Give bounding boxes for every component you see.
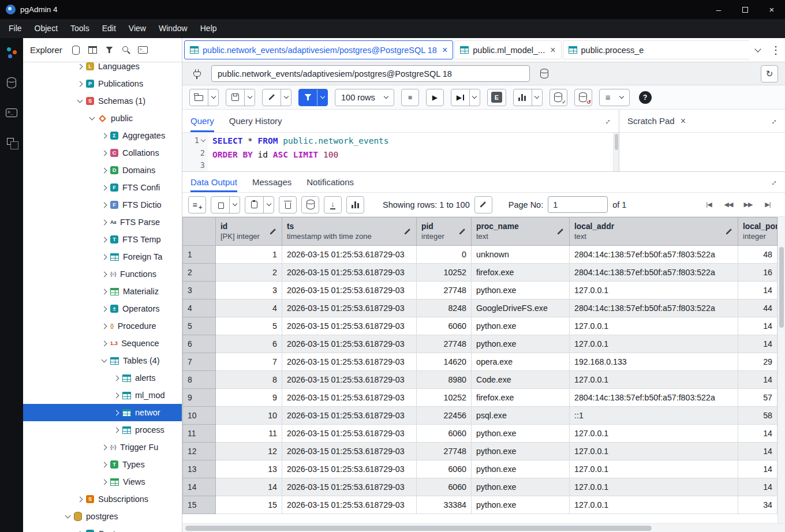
chevron-right-icon[interactable] xyxy=(102,150,107,156)
menu-file[interactable]: File xyxy=(2,19,28,38)
proc_name-cell[interactable]: python.exe xyxy=(472,478,570,496)
view-data-button[interactable] xyxy=(85,42,100,58)
tree-item-casts[interactable]: CCasts xyxy=(23,525,182,532)
save-data-button[interactable] xyxy=(301,196,319,213)
tree-item-views[interactable]: Views xyxy=(23,473,182,490)
macro-button[interactable]: ≡ xyxy=(599,89,630,106)
chevron-right-icon[interactable] xyxy=(102,462,107,467)
row-limit-select[interactable]: 100 rows xyxy=(335,89,394,106)
expand-scratch-button[interactable]: ↔ xyxy=(769,117,777,125)
first-page-button[interactable]: |◀ xyxy=(700,196,718,213)
ts-cell[interactable]: 2026-03-15 01:25:53.618729-03 xyxy=(282,353,417,371)
chevron-down-icon[interactable] xyxy=(89,115,95,121)
pid-cell[interactable]: 14620 xyxy=(417,353,472,371)
row-number[interactable]: 15 xyxy=(183,496,216,514)
row-number[interactable]: 2 xyxy=(183,264,216,282)
tree-item-fts-templates[interactable]: TFTS Temp xyxy=(23,231,182,248)
row-number[interactable]: 12 xyxy=(183,443,216,460)
psql-tool-button[interactable] xyxy=(0,104,23,121)
id-cell[interactable]: 11 xyxy=(216,425,282,443)
local_port-cell[interactable]: 14 xyxy=(738,371,777,389)
row-number[interactable]: 10 xyxy=(183,407,216,425)
tree-item-operators[interactable]: ±Operators xyxy=(23,300,182,317)
id-cell[interactable]: 15 xyxy=(216,496,282,514)
id-cell[interactable]: 1 xyxy=(216,246,282,264)
menu-tools[interactable]: Tools xyxy=(64,19,96,38)
open-file-button[interactable] xyxy=(189,89,219,106)
local_addr-cell[interactable]: 127.0.0.1 xyxy=(570,460,738,478)
proc_name-cell[interactable]: firefox.exe xyxy=(472,264,570,282)
local_port-cell[interactable]: 58 xyxy=(738,407,777,425)
chevron-right-icon[interactable] xyxy=(102,237,107,242)
open-file-menu-button[interactable] xyxy=(208,89,218,106)
row-number[interactable]: 7 xyxy=(183,353,216,371)
edit-range-button[interactable] xyxy=(474,196,492,213)
tree-item-languages[interactable]: LLanguages xyxy=(23,58,182,75)
close-icon[interactable]: × xyxy=(550,46,555,55)
tree-item-aggregates[interactable]: ΣAggregates xyxy=(23,127,182,144)
connection-status-button[interactable] xyxy=(189,66,204,81)
pid-cell[interactable]: 27748 xyxy=(417,443,472,460)
tree-item-trigger-functions[interactable]: {≡}Trigger Fu xyxy=(23,439,182,456)
filter-menu-button[interactable] xyxy=(317,89,327,106)
filter-button[interactable] xyxy=(102,42,117,58)
id-cell[interactable]: 9 xyxy=(216,389,282,407)
chevron-right-icon[interactable] xyxy=(102,202,107,208)
local_port-cell[interactable]: 14 xyxy=(738,460,777,478)
pid-cell[interactable]: 6060 xyxy=(417,460,472,478)
pid-cell[interactable]: 6060 xyxy=(417,425,472,443)
last-page-button[interactable]: ▶| xyxy=(758,196,777,213)
id-cell[interactable]: 12 xyxy=(216,443,282,460)
row-number[interactable]: 9 xyxy=(183,389,216,407)
chevron-right-icon[interactable] xyxy=(114,392,119,398)
ts-cell[interactable]: 2026-03-15 01:25:53.618729-03 xyxy=(282,282,417,299)
proc_name-cell[interactable]: python.exe xyxy=(472,317,570,335)
tab-overflow-button[interactable] xyxy=(749,42,767,59)
ts-cell[interactable]: 2026-03-15 01:25:53.618729-03 xyxy=(282,389,417,407)
chevron-right-icon[interactable] xyxy=(102,219,107,225)
id-cell[interactable]: 13 xyxy=(216,460,282,478)
column-header-proc_name[interactable]: proc_nametext xyxy=(472,218,570,246)
proc_name-cell[interactable]: python.exe xyxy=(472,425,570,443)
ts-cell[interactable]: 2026-03-15 01:25:53.618729-03 xyxy=(282,264,417,282)
explain-analyze-button[interactable] xyxy=(513,89,543,106)
execute-button[interactable]: ▶ xyxy=(426,89,444,106)
delete-row-button[interactable] xyxy=(279,196,297,213)
more-options-button[interactable]: ⋮ xyxy=(767,44,785,57)
ts-cell[interactable]: 2026-03-15 01:25:53.618729-03 xyxy=(282,425,417,443)
row-number[interactable]: 8 xyxy=(183,371,216,389)
local_port-cell[interactable]: 34 xyxy=(738,496,777,514)
id-cell[interactable]: 2 xyxy=(216,264,282,282)
pid-cell[interactable]: 10252 xyxy=(417,264,472,282)
tab-network-events[interactable]: public.network_events/adaptivesiem/postg… xyxy=(184,40,453,59)
explain-button[interactable]: E xyxy=(487,89,506,106)
edit-button[interactable] xyxy=(262,89,291,106)
tab-data-output[interactable]: Data Output xyxy=(190,172,237,192)
tree-item-table-ml-model[interactable]: ml_mod xyxy=(23,387,182,404)
tree-item-domains[interactable]: DDomains xyxy=(23,162,182,179)
row-number[interactable]: 6 xyxy=(183,335,216,353)
search-button[interactable] xyxy=(118,42,134,58)
ts-cell[interactable]: 2026-03-15 01:25:53.618729-03 xyxy=(282,407,417,425)
expand-output-button[interactable]: ↔ xyxy=(769,178,777,186)
proc_name-cell[interactable]: python.exe xyxy=(472,335,570,353)
chevron-right-icon[interactable] xyxy=(102,340,107,346)
local_addr-cell[interactable]: ::1 xyxy=(570,407,738,425)
horizontal-scrollbar-thumb[interactable] xyxy=(185,526,652,531)
local_port-cell[interactable]: 14 xyxy=(738,282,777,299)
tab-notifications[interactable]: Notifications xyxy=(306,172,354,192)
tree-item-db-postgres[interactable]: postgres xyxy=(23,508,182,525)
local_addr-cell[interactable]: 2804:14c:138:57ef:b50f:a57:f803:522a xyxy=(570,299,738,317)
row-number[interactable]: 5 xyxy=(183,317,216,335)
ts-cell[interactable]: 2026-03-15 01:25:53.618729-03 xyxy=(282,371,417,389)
commit-button[interactable]: ✓ xyxy=(550,89,567,106)
scratch-pad-body[interactable] xyxy=(619,133,785,171)
tree-item-procedures[interactable]: {}Procedure xyxy=(23,317,182,335)
column-header-ts[interactable]: tstimestamp with time zone xyxy=(282,218,417,246)
ts-cell[interactable]: 2026-03-15 01:25:53.618729-03 xyxy=(282,496,417,514)
edit-menu-button[interactable] xyxy=(281,89,291,106)
tree-item-table-alerts[interactable]: alerts xyxy=(23,369,182,387)
tree-item-sequences[interactable]: 1..3Sequence xyxy=(23,335,182,352)
download-button[interactable]: ↓ xyxy=(324,196,342,213)
id-cell[interactable]: 8 xyxy=(216,371,282,389)
